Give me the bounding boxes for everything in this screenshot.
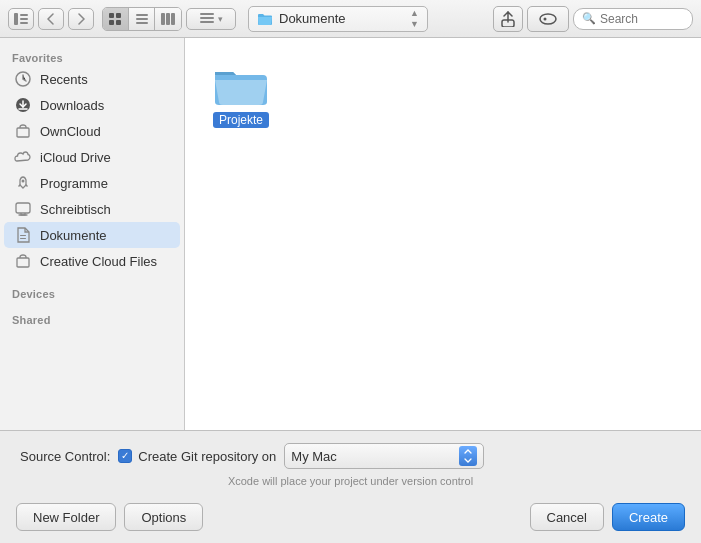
svg-rect-25 — [20, 235, 26, 236]
rocket-icon — [14, 174, 32, 192]
sidebar-item-label: Programme — [40, 176, 108, 191]
svg-rect-27 — [17, 258, 29, 267]
sidebar-item-icloud[interactable]: iCloud Drive — [4, 144, 180, 170]
sidebar-item-owncloud[interactable]: OwnCloud — [4, 118, 180, 144]
svg-rect-10 — [136, 22, 148, 24]
sidebar-item-label: iCloud Drive — [40, 150, 111, 165]
new-folder-button[interactable]: New Folder — [16, 503, 116, 531]
dropdown-arrow-icon — [459, 446, 477, 466]
file-item-projekte[interactable]: Projekte — [201, 54, 281, 132]
svg-rect-11 — [161, 13, 165, 25]
devices-section-label: Devices — [0, 282, 184, 302]
share-button[interactable] — [493, 6, 523, 32]
location-text: Dokumente — [279, 11, 408, 26]
shared-section-label: Shared — [0, 308, 184, 328]
mac-dropdown[interactable]: My Mac — [284, 443, 484, 469]
svg-rect-8 — [136, 14, 148, 16]
download-icon — [14, 96, 32, 114]
folder-icon-large — [211, 58, 271, 108]
favorites-section-label: Favorites — [0, 46, 184, 66]
create-button[interactable]: Create — [612, 503, 685, 531]
svg-rect-14 — [200, 13, 214, 15]
sidebar-item-schreibtisch[interactable]: Schreibtisch — [4, 196, 180, 222]
sidebar-item-recents[interactable]: Recents — [4, 66, 180, 92]
search-input[interactable] — [600, 12, 680, 26]
svg-rect-7 — [116, 20, 121, 25]
svg-rect-22 — [17, 128, 29, 137]
toolbar: ▾ Dokumente ▲ ▼ 🔍 — [0, 0, 701, 38]
svg-rect-3 — [20, 22, 28, 24]
column-view-button[interactable] — [155, 8, 181, 30]
svg-point-18 — [540, 14, 556, 24]
svg-rect-24 — [16, 203, 30, 213]
sidebar: Favorites Recents Downloads — [0, 38, 185, 430]
svg-rect-4 — [109, 13, 114, 18]
search-box[interactable]: 🔍 — [573, 8, 693, 30]
location-bar[interactable]: Dokumente ▲ ▼ — [248, 6, 428, 32]
document-icon — [14, 226, 32, 244]
tag-button[interactable] — [527, 6, 569, 32]
checkbox-check-icon: ✓ — [121, 451, 129, 461]
svg-rect-12 — [166, 13, 170, 25]
svg-rect-15 — [200, 17, 214, 19]
sidebar-item-programme[interactable]: Programme — [4, 170, 180, 196]
sidebar-item-label: Schreibtisch — [40, 202, 111, 217]
svg-rect-13 — [171, 13, 175, 25]
sidebar-item-label: Dokumente — [40, 228, 106, 243]
clock-icon — [14, 70, 32, 88]
source-control-label: Source Control: — [20, 449, 110, 464]
sidebar-item-creative[interactable]: Creative Cloud Files — [4, 248, 180, 274]
svg-point-19 — [544, 17, 547, 20]
actions-dropdown[interactable]: ▾ — [186, 8, 236, 30]
owncloud-icon — [14, 122, 32, 140]
forward-button[interactable] — [68, 8, 94, 30]
sidebar-item-label: OwnCloud — [40, 124, 101, 139]
svg-rect-0 — [14, 13, 18, 25]
sidebar-item-dokumente[interactable]: Dokumente — [4, 222, 180, 248]
svg-point-23 — [22, 180, 25, 183]
svg-rect-16 — [200, 21, 214, 23]
sidebar-item-label: Downloads — [40, 98, 104, 113]
checkbox-label: Create Git repository on — [138, 449, 276, 464]
options-button[interactable]: Options — [124, 503, 203, 531]
file-item-label: Projekte — [213, 112, 269, 128]
cloud-icon — [14, 148, 32, 166]
folder-icon — [257, 11, 273, 27]
button-row: New Folder Options Cancel Create — [0, 495, 701, 543]
desktop-icon — [14, 200, 32, 218]
svg-rect-2 — [20, 18, 28, 20]
svg-rect-6 — [109, 20, 114, 25]
sidebar-item-label: Recents — [40, 72, 88, 87]
svg-rect-9 — [136, 18, 148, 20]
icon-view-button[interactable] — [103, 8, 129, 30]
view-mode-buttons — [102, 7, 182, 31]
cancel-button[interactable]: Cancel — [530, 503, 604, 531]
sidebar-item-label: Creative Cloud Files — [40, 254, 157, 269]
file-area: Projekte — [185, 38, 701, 430]
sidebar-toggle-button[interactable] — [8, 8, 34, 30]
svg-rect-1 — [20, 14, 28, 16]
git-checkbox[interactable]: ✓ — [118, 449, 132, 463]
hint-text: Xcode will place your project under vers… — [0, 473, 701, 495]
sidebar-item-downloads[interactable]: Downloads — [4, 92, 180, 118]
search-icon: 🔍 — [582, 12, 596, 25]
svg-rect-26 — [20, 238, 26, 239]
svg-rect-5 — [116, 13, 121, 18]
source-control-row: Source Control: ✓ Create Git repository … — [0, 431, 701, 473]
list-view-button[interactable] — [129, 8, 155, 30]
dropdown-value: My Mac — [291, 449, 459, 464]
back-button[interactable] — [38, 8, 64, 30]
creative-cloud-icon — [14, 252, 32, 270]
main-area: Favorites Recents Downloads — [0, 38, 701, 430]
checkbox-container: ✓ Create Git repository on — [118, 449, 276, 464]
bottom-section: Source Control: ✓ Create Git repository … — [0, 430, 701, 543]
